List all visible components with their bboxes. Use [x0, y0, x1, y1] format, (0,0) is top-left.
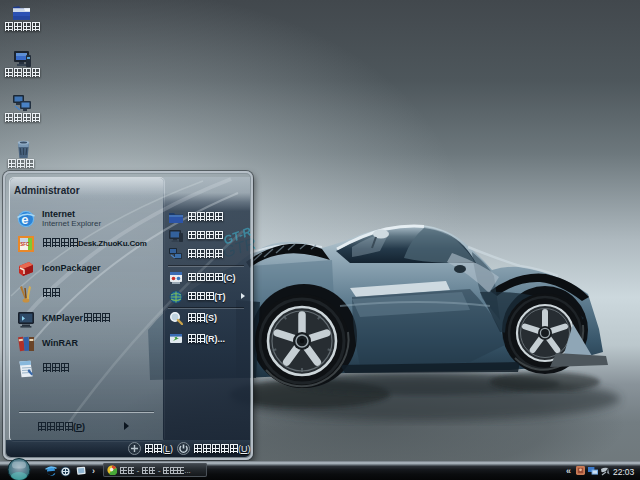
svg-text:SFC: SFC [20, 242, 30, 247]
